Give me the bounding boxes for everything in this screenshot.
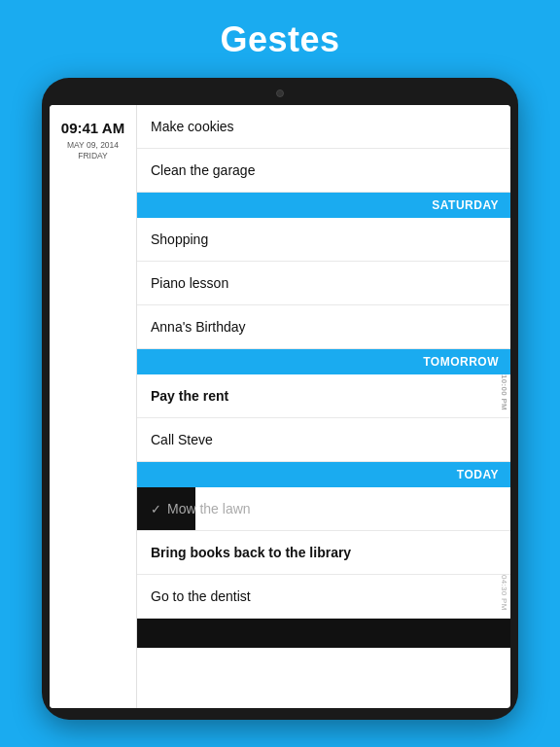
list-item[interactable]: Bring books back to the library [137, 531, 510, 575]
list-item[interactable]: Piano lesson [137, 262, 510, 305]
camera-dot [276, 89, 284, 97]
tablet-device: 09:41 AM MAY 09, 2014 FRIDAY Make cookie… [42, 78, 518, 720]
app-title: Gestes [220, 19, 339, 60]
bottom-area [137, 619, 510, 648]
section-header-today: TODAY [137, 462, 510, 487]
task-text: Mow the lawn [167, 501, 251, 516]
section-header-tomorrow: TOMORROW [137, 349, 510, 374]
list-item[interactable]: Go to the dentist 04:30 PM [137, 575, 510, 619]
section-header-saturday: SATURDAY [137, 193, 510, 218]
task-panel[interactable]: Make cookies Clean the garage SATURDAY S… [137, 105, 510, 708]
clock-time: 09:41 AM [61, 121, 124, 137]
checkmark-icon: ✓ [151, 502, 161, 516]
screen: 09:41 AM MAY 09, 2014 FRIDAY Make cookie… [50, 105, 510, 708]
status-panel: 09:41 AM MAY 09, 2014 FRIDAY [50, 105, 137, 708]
list-item[interactable]: Pay the rent 10:00 PM [137, 374, 510, 418]
task-time: 10:00 PM [500, 374, 508, 417]
list-item[interactable]: Anna's Birthday [137, 305, 510, 349]
list-item[interactable]: Clean the garage [137, 149, 510, 193]
clock-date: MAY 09, 2014 FRIDAY [67, 140, 119, 163]
list-item[interactable]: Make cookies [137, 105, 510, 149]
list-item[interactable]: Shopping [137, 218, 510, 262]
list-item[interactable]: Call Steve [137, 418, 510, 462]
task-time: 04:30 PM [500, 575, 508, 618]
list-item-mow[interactable]: ✓ Mow the lawn [137, 487, 510, 531]
